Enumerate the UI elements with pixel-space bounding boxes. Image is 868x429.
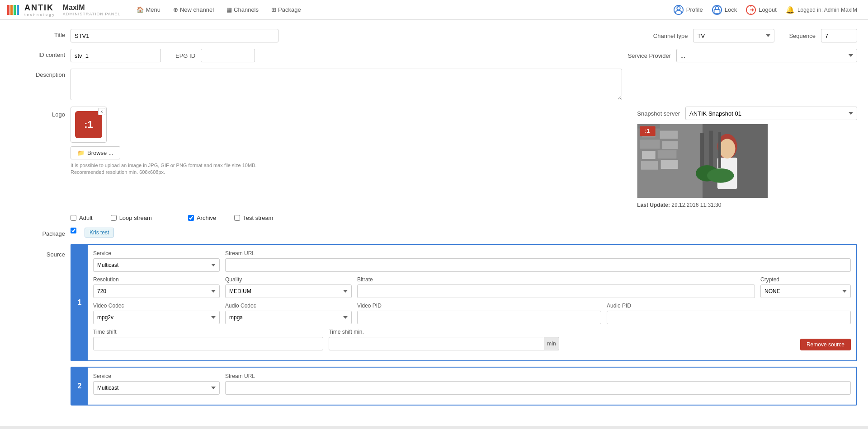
test-stream-checkbox[interactable] <box>234 215 240 221</box>
svg-rect-20 <box>718 132 721 168</box>
source-2-fields: Service Multicast Unicast HLS Stream URL <box>88 368 856 405</box>
test-stream-checkbox-label[interactable]: Test stream <box>234 214 273 221</box>
service-provider-select[interactable]: ... <box>676 49 857 62</box>
svg-rect-10 <box>662 141 678 149</box>
adult-checkbox[interactable] <box>71 215 76 221</box>
new-channel-nav-item[interactable]: ⊕ New channel <box>168 5 219 15</box>
logo-subtext: technology <box>24 13 56 17</box>
source-label: Source <box>11 244 65 258</box>
channel-type-select[interactable]: TV Radio Other <box>693 29 774 42</box>
loop-stream-checkbox[interactable] <box>111 215 117 221</box>
profile-icon <box>674 5 684 15</box>
svg-rect-19 <box>709 131 713 168</box>
svg-point-0 <box>677 6 680 9</box>
service-select-2[interactable]: Multicast Unicast HLS <box>93 381 220 395</box>
audio-pid-label-1: Audio PID <box>607 303 851 309</box>
video-codec-select-1[interactable]: mpg2v h264 h265 <box>93 311 220 324</box>
resolution-field-1: Resolution 720 1080 480 <box>93 276 220 298</box>
logo-preview-box: :1 × <box>71 107 107 143</box>
timeshift-field-1: Time shift <box>93 329 323 350</box>
source-2-row-1: Service Multicast Unicast HLS Stream URL <box>93 373 851 395</box>
bitrate-label-1: Bitrate <box>357 276 755 283</box>
last-update: Last Update: 29.12.2016 11:31:30 <box>637 202 857 208</box>
quality-select-1[interactable]: MEDIUM HIGH LOW <box>225 284 352 298</box>
package-tag[interactable]: Kris test <box>85 228 114 238</box>
service-select-1[interactable]: Multicast Unicast HLS RTMP <box>93 258 220 272</box>
main-content: Title Channel type TV Radio Other Sequen… <box>0 20 868 426</box>
package-checkbox-label[interactable] <box>71 228 76 233</box>
crypted-field-1: Crypted NONE AES DES <box>760 276 851 298</box>
title-label: Title <box>11 29 65 38</box>
resolution-select-1[interactable]: 720 1080 480 <box>93 284 220 298</box>
archive-checkbox[interactable] <box>188 215 194 221</box>
package-icon: ⊞ <box>271 6 276 13</box>
menu-nav-item[interactable]: 🏠 Menu <box>131 5 166 15</box>
video-pid-input-1[interactable] <box>357 311 601 324</box>
stream-url-input-2[interactable] <box>225 381 851 395</box>
snapshot-svg: :1 <box>637 124 768 198</box>
logout-button[interactable]: Logout <box>746 5 777 15</box>
crypted-select-1[interactable]: NONE AES DES <box>760 284 851 298</box>
channels-nav-item[interactable]: ▦ Channels <box>221 5 264 15</box>
source-1-row-1: Service Multicast Unicast HLS RTMP Strea… <box>93 250 851 272</box>
description-row: Description <box>11 69 857 100</box>
logout-icon <box>746 5 756 15</box>
adult-checkbox-label[interactable]: Adult <box>71 214 93 221</box>
profile-button[interactable]: Profile <box>674 5 703 15</box>
timeshift-min-label-1: Time shift min. <box>329 329 559 335</box>
timeshift-min-input-1[interactable] <box>329 337 544 350</box>
logo-area: ANTIK technology MaxIM ADMINISTRATION PA… <box>7 3 120 17</box>
app-name: MaxIM <box>63 4 121 12</box>
sub-nav-items: 🏠 Menu ⊕ New channel ▦ Channels ⊞ Packag… <box>131 5 673 15</box>
home-icon: 🏠 <box>137 6 144 13</box>
svg-rect-2 <box>714 9 720 14</box>
top-right-actions: Profile Lock Logout 🔔 Logged in: Admin M… <box>674 5 861 15</box>
checkboxes-row: Adult Loop stream Archive Test stream <box>71 214 857 221</box>
svg-point-17 <box>719 139 736 159</box>
title-row: Title Channel type TV Radio Other Sequen… <box>11 29 857 42</box>
package-checkbox[interactable] <box>71 228 76 233</box>
snapshot-server-label: Snapshot server <box>637 110 680 117</box>
browse-button[interactable]: 📁 Browse ... <box>71 146 120 159</box>
id-content-label: ID content <box>11 49 65 58</box>
timeshift-min-input-group: min <box>329 337 559 350</box>
quality-field-1: Quality MEDIUM HIGH LOW <box>225 276 352 298</box>
title-input[interactable] <box>71 29 278 42</box>
logo-close-button[interactable]: × <box>98 108 105 115</box>
logo-upload-area: :1 × 📁 Browse ... It is possible to uplo… <box>71 107 256 176</box>
remove-source-button-1[interactable]: Remove source <box>800 339 851 350</box>
package-row: Package Kris test <box>11 228 857 238</box>
sequence-label: Sequence <box>789 33 816 39</box>
archive-checkbox-label[interactable]: Archive <box>188 214 216 221</box>
source-block-1: 1 Service Multicast Unicast HLS RTMP <box>71 244 857 361</box>
stream-url-input-1[interactable] <box>225 258 851 272</box>
video-pid-label-1: Video PID <box>357 303 601 309</box>
lock-button[interactable]: Lock <box>712 5 737 15</box>
svg-text::1: :1 <box>645 128 650 134</box>
audio-codec-label-1: Audio Codec <box>225 303 352 309</box>
epg-id-input[interactable] <box>201 49 255 62</box>
app-subtitle: ADMINISTRATION PANEL <box>63 12 121 16</box>
service-label-1: Service <box>93 250 220 256</box>
audio-codec-field-1: Audio Codec mpga aac mp3 <box>225 303 352 324</box>
bitrate-input-1[interactable] <box>357 284 755 298</box>
loop-stream-checkbox-label[interactable]: Loop stream <box>111 214 152 221</box>
id-content-input[interactable] <box>71 49 161 62</box>
snapshot-area: Snapshot server ANTIK Snapshot 01 <box>637 107 857 208</box>
snapshot-server-select[interactable]: ANTIK Snapshot 01 <box>685 107 857 120</box>
logo-snapshot-row: Logo :1 × 📁 Browse ... It is possible to… <box>11 107 857 208</box>
sequence-input[interactable] <box>821 29 857 42</box>
source-section: Source 1 Service Multicast Unicast HLS <box>11 244 857 411</box>
source-block-2: 2 Service Multicast Unicast HLS Str <box>71 367 857 406</box>
svg-rect-14 <box>661 160 678 169</box>
source-1-row-4: Time shift Time shift min. min Remove so… <box>93 329 851 350</box>
package-nav-item[interactable]: ⊞ Package <box>266 5 307 15</box>
timeshift-input-1[interactable] <box>93 337 323 350</box>
stream-url-field-2: Stream URL <box>225 373 851 395</box>
audio-pid-input-1[interactable] <box>607 311 851 324</box>
svg-rect-18 <box>700 133 704 168</box>
channels-icon: ▦ <box>226 6 232 13</box>
audio-codec-select-1[interactable]: mpga aac mp3 <box>225 311 352 324</box>
epg-id-label: EPG ID <box>175 52 195 59</box>
description-textarea[interactable] <box>71 69 622 100</box>
